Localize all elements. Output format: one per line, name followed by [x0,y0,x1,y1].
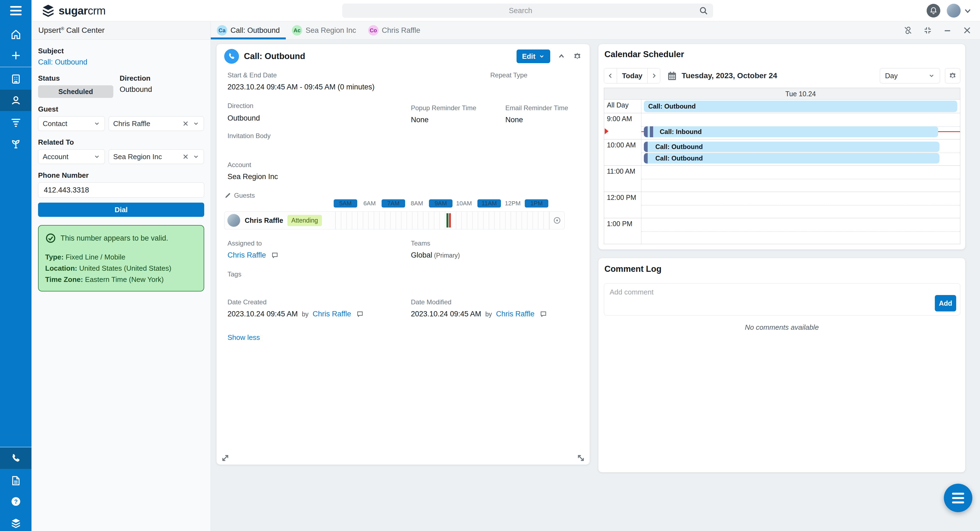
message-bubble-icon[interactable] [356,311,364,319]
check-circle-icon [45,233,56,244]
pencil-icon[interactable] [224,192,231,199]
related-type-select[interactable]: Account [38,149,105,164]
user-avatar[interactable] [947,3,961,18]
record-title: Call: Outbound [244,51,305,61]
hour-row-1pm[interactable]: 1:00 PM [604,218,960,244]
collapse-button[interactable] [923,26,932,35]
event-label: Call: Outbound [644,143,703,151]
direction-label: Direction [228,102,253,109]
svg-text:?: ? [14,498,18,505]
message-bubble-icon[interactable] [271,252,278,260]
guest-preview-button[interactable] [549,212,565,229]
resize-handle-right[interactable] [576,453,586,463]
today-button[interactable]: Today [617,68,648,83]
guest-availability-grid[interactable] [335,212,549,229]
resize-handle-left[interactable] [220,453,230,463]
subject-value-link[interactable]: Call: Outbound [38,58,204,67]
sidebar-item-create[interactable] [0,45,32,66]
hour-row-9am[interactable]: 9:00 AM Call: Inbound [604,113,960,139]
next-day-button[interactable] [648,68,660,83]
sidebar-item-accounts[interactable] [0,68,32,90]
edit-button[interactable]: Edit [517,49,550,63]
sidebar-item-leads[interactable] [0,111,32,133]
account-value-link[interactable]: Sea Region Inc [228,173,278,181]
clear-guest-button[interactable] [182,120,189,127]
bell-icon [929,6,937,15]
plus-icon [10,50,22,61]
sidebar-item-home[interactable] [0,24,32,45]
scheduler-title: Calendar Scheduler [605,49,684,59]
tab-chris-raffle[interactable]: Co Chris Raffle [362,21,426,40]
close-button[interactable] [963,26,972,35]
record-settings-gear-icon[interactable] [573,52,582,61]
sidebar-item-contacts[interactable] [0,90,32,111]
all-day-label: All Day [604,101,639,109]
hour-pill-9am: 9AM [429,199,452,208]
event-call-outbound-2[interactable]: Call: Outbound [644,153,940,163]
sidebar-divider [0,447,32,447]
call-center-header: Upsert® Call Center [32,21,211,40]
sidebar-item-opportunities[interactable] [0,133,32,154]
collapse-panel-chevron-up-icon[interactable] [557,52,566,60]
guest-label: Guest [38,105,204,114]
related-record-value: Sea Region Inc [113,152,182,161]
chevron-down-icon [928,73,935,79]
assigned-to-value: Chris Raffle [228,251,278,261]
popup-reminder-label: Popup Reminder Time [411,104,476,112]
call-center-title: Upsert® Call Center [38,26,105,35]
clear-related-button[interactable] [182,154,189,160]
direction-value: Outbound [119,85,152,94]
validation-timezone: Time Zone: Eastern Time (New York) [45,275,197,284]
guest-type-select[interactable]: Contact [38,116,105,131]
sidebar-item-calls[interactable] [0,448,32,469]
tab-label: Chris Raffle [382,26,420,35]
created-by-user-link[interactable]: Chris Raffle [313,310,351,318]
scheduler-settings-button[interactable] [945,68,960,83]
message-bubble-icon[interactable] [540,311,547,319]
related-record-select[interactable]: Sea Region Inc [109,149,204,164]
gear-icon [948,71,957,80]
unlink-icon [904,26,913,35]
half-hour-line [641,231,960,232]
previous-day-button[interactable] [604,68,617,83]
phone-number-label: Phone Number [38,171,204,180]
guest-record-select[interactable]: Chris Raffle [109,116,204,131]
all-day-row[interactable]: All Day Call: Outbound [604,100,960,113]
date-modified-label: Date Modified [411,298,452,306]
minimize-button[interactable] [943,26,952,35]
hour-row-10am[interactable]: 10:00 AM Call: Outbound Call: Outbound [604,139,960,166]
hour-row-11am[interactable]: 11:00 AM [604,166,960,192]
view-mode-select[interactable]: Day [880,68,940,83]
unlink-button[interactable] [904,26,913,35]
sidebar-item-documents[interactable] [0,470,32,491]
record-view-card: Call: Outbound Edit Start & End Date Rep… [216,44,590,465]
assigned-user-link[interactable]: Chris Raffle [228,251,266,259]
hour-label-12pm: 12PM [504,199,521,208]
profile-chevron-down-icon[interactable] [964,8,972,14]
sidebar-item-help[interactable]: ? [0,491,32,512]
show-less-link[interactable]: Show less [228,333,260,342]
dial-button[interactable]: Dial [38,203,204,217]
attending-badge: Attending [288,215,321,226]
sidebar-item-modules[interactable] [0,512,32,531]
phone-number-input[interactable] [38,182,204,198]
modified-by-user-link[interactable]: Chris Raffle [496,310,535,318]
event-call-outbound-allday[interactable]: Call: Outbound [644,101,957,112]
direction-value: Outbound [228,114,260,122]
event-call-outbound-1[interactable]: Call: Outbound [644,142,940,152]
busy-mark-red [449,213,451,228]
tab-sea-region-inc[interactable]: Ac Sea Region Inc [286,21,362,40]
comment-input[interactable] [604,284,935,315]
search-icon[interactable] [699,6,708,15]
hamburger-icon [10,6,22,8]
sidebar-nav: ? [0,21,32,531]
hour-row-12pm[interactable]: 12:00 PM [604,192,960,218]
tab-call-outbound[interactable]: Ca Call: Outbound [211,21,286,40]
notifications-button[interactable] [927,4,940,17]
add-comment-button[interactable]: Add [935,295,956,311]
search-input[interactable] [342,6,699,15]
related-to-label: Related To [38,138,204,147]
hamburger-menu-button[interactable] [0,0,32,21]
floating-menu-button[interactable] [944,484,972,512]
event-call-inbound[interactable]: Call: Inbound [644,126,938,137]
